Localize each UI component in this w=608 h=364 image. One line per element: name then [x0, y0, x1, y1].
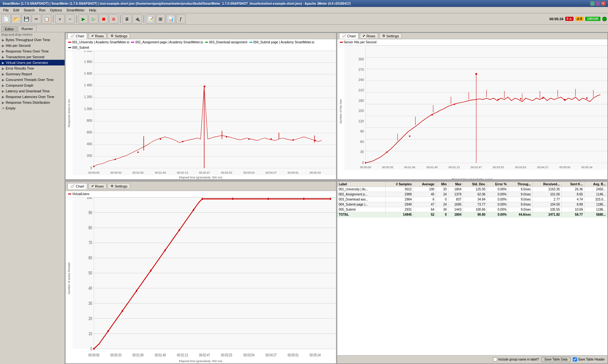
template-button[interactable]: 📝	[146, 14, 155, 24]
include-group-label: Include group name in label?	[498, 358, 539, 361]
svg-text:00:04:27: 00:04:27	[537, 166, 548, 169]
sidebar-item-response-latencies[interactable]: ▶ Response Latencies Over Time	[0, 94, 65, 100]
top-left-svg-container: 0 200 400 600 800 1 000 1 200 1 400 1 60…	[73, 51, 336, 175]
play-button[interactable]: ▶	[79, 14, 88, 24]
sidebar-item-virtual-users[interactable]: ▶ Virtual Users per Generator	[0, 60, 65, 65]
top-right-settings-tab[interactable]: ⚙ Settings	[379, 33, 402, 39]
top-right-rows-tab[interactable]: ✔ Rows	[360, 33, 378, 39]
sidebar-item-hits-per-second[interactable]: ▶ Hits per Second	[0, 43, 65, 48]
sidebar-item-transactions[interactable]: ▶ Transactions per Second	[0, 54, 65, 60]
table-cell: 0.00%	[487, 197, 508, 202]
cut-button[interactable]: ✂	[32, 14, 41, 24]
func-button[interactable]: ƒ	[176, 14, 186, 24]
menu-smartmeter[interactable]: SmartMeter	[65, 8, 86, 13]
top-right-chart-tab[interactable]: 📈 Chart	[339, 33, 359, 39]
table-cell: 0	[436, 212, 448, 217]
table-cell: 0.00%	[487, 187, 508, 192]
sidebar-item-response-times-dist[interactable]: ▶ Response Times Distribution	[0, 100, 65, 105]
svg-text:00:03:54: 00:03:54	[244, 353, 255, 357]
sidebar-item-empty[interactable]: ✕ Empty	[0, 105, 65, 111]
play-no-pause-button[interactable]: ▷	[89, 14, 98, 24]
grid-button[interactable]: ⊞	[156, 14, 165, 24]
top-left-settings-tab[interactable]: ⚙ Settings	[108, 33, 130, 39]
table-cell: 315.0...	[584, 197, 607, 202]
menu-run[interactable]: Run	[37, 8, 48, 13]
svg-point-46	[226, 136, 227, 138]
top-right-yaxis-label: Number of hits /sec	[339, 99, 342, 124]
bottom-left-settings-tab[interactable]: ⚙ Settings	[108, 183, 130, 189]
new-button[interactable]: 📄	[1, 14, 11, 24]
svg-text:00:02:13: 00:02:13	[448, 166, 459, 169]
tab-editor[interactable]: Editor	[1, 26, 17, 32]
include-group-checkbox-container[interactable]: Include group name in label?	[493, 357, 539, 361]
svg-text:90: 90	[89, 210, 92, 215]
menu-help[interactable]: Help	[87, 8, 98, 13]
bottom-left-rows-tab[interactable]: ✔ Rows	[88, 183, 107, 189]
sidebar-item-latency[interactable]: ▶ Latency and Download Time	[0, 88, 65, 94]
svg-point-157	[330, 198, 331, 200]
top-left-chart-tab[interactable]: 📈 Chart	[67, 33, 87, 39]
table-cell: 1443	[448, 207, 463, 212]
bottom-left-chart-tab[interactable]: 📈 Chart	[67, 183, 87, 189]
shutdown-button[interactable]: ⊗	[109, 14, 118, 24]
svg-text:0: 0	[90, 346, 92, 351]
save-button[interactable]: 💾	[22, 14, 31, 24]
title-bar: SmartMeter (1.7.0-SNAPSHOT) | SmartMeter…	[0, 0, 608, 7]
svg-point-150	[164, 249, 166, 251]
sidebar-item-error-results[interactable]: ▶ Error Results Tree	[0, 65, 65, 71]
legend-dot-003	[205, 42, 208, 43]
rows-icon: ✔	[91, 34, 94, 38]
sidebar-item-bytes-throughput[interactable]: ▶ Bytes Throughput Over Time	[0, 37, 65, 43]
save-header-checkbox[interactable]	[573, 357, 577, 361]
include-group-checkbox[interactable]	[493, 357, 497, 361]
sidebar-item-summary-report[interactable]: ▶ Summary Report	[0, 71, 65, 77]
bottom-left-chart-body: Number of active threads	[66, 197, 336, 359]
table-cell: 6	[413, 197, 436, 202]
menu-options[interactable]: Options	[48, 8, 64, 13]
table-row: 001_University | Ac...3012100331804125.9…	[337, 187, 607, 192]
sidebar-item-compound-graph[interactable]: ▶ Compound Graph	[0, 83, 65, 88]
table-cell: 101.00	[532, 192, 561, 197]
table-cell: 0	[436, 197, 448, 202]
maximize-button[interactable]: □	[596, 1, 600, 6]
separator-2	[76, 15, 77, 23]
menu-edit[interactable]: Edit	[11, 8, 21, 13]
menu-file[interactable]: File	[1, 8, 11, 13]
svg-point-43	[160, 138, 161, 139]
log-button[interactable]: 📊	[166, 14, 175, 24]
copy-button[interactable]: 📋	[42, 14, 51, 24]
tab-runner[interactable]: Runner	[18, 26, 36, 32]
save-header-label: Save Table Header	[578, 358, 605, 361]
expand-button[interactable]: +	[55, 14, 65, 24]
save-header-checkbox-container[interactable]: Save Table Header	[573, 357, 605, 361]
summary-table-container[interactable]: Label # Samples Average Min Max Std. Dev…	[337, 182, 608, 355]
sidebar-item-response-times-over-time[interactable]: ▶ Response Times Over Time	[0, 48, 65, 54]
collapse-button[interactable]: −	[65, 14, 75, 24]
menu-search[interactable]: Search	[22, 8, 37, 13]
top-left-rows-tab[interactable]: ✔ Rows	[88, 33, 107, 39]
svg-point-153	[202, 198, 203, 200]
col-avg-bytes: Avg. B...	[584, 182, 607, 187]
svg-point-47	[248, 138, 250, 139]
remote-start-button[interactable]: 🔌	[132, 14, 142, 24]
save-table-data-button[interactable]: Save Table Data	[542, 357, 570, 362]
minimize-button[interactable]: _	[590, 1, 595, 6]
svg-text:60: 60	[89, 256, 92, 261]
table-cell: 2964	[386, 197, 413, 202]
remote-button[interactable]: 🖥	[122, 14, 132, 24]
table-cell: 125.93	[463, 187, 487, 192]
sidebar-item-concurrent-threads[interactable]: ▶ Concurrent Threads Over Time	[0, 77, 65, 83]
svg-text:150: 150	[358, 109, 364, 113]
table-cell: 9.0/sec	[508, 187, 532, 192]
stop-button[interactable]: ⏹	[99, 14, 108, 24]
top-right-xaxis-label: Elapsed time (granularity: 1 sec)	[337, 177, 608, 180]
close-button[interactable]: ✕	[601, 1, 605, 6]
sidebar-icon-summary: ▶	[2, 72, 4, 76]
open-button[interactable]: 📂	[11, 14, 21, 24]
sidebar-icon-latency: ▶	[2, 89, 4, 93]
top-right-chart-panel: 📈 Chart ✔ Rows ⚙ Settings Serv	[337, 32, 608, 180]
col-throughput: Throug...	[508, 182, 532, 187]
svg-text:00:05:34: 00:05:34	[581, 166, 592, 169]
top-right-svg-container: 0 30 60 90 120 150 180 210 240 270 300	[344, 46, 608, 177]
legend-dot-005	[68, 47, 71, 48]
